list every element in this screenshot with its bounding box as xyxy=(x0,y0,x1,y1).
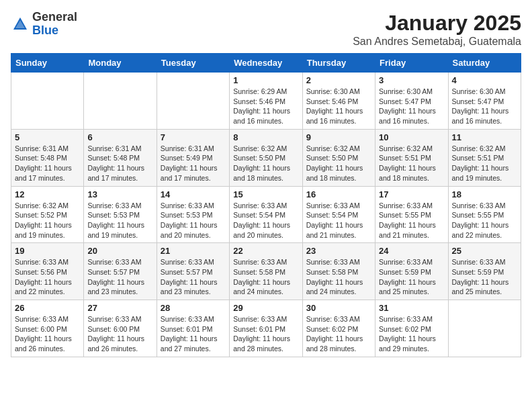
col-header-tuesday: Tuesday xyxy=(157,54,229,73)
calendar-week-4: 19Sunrise: 6:33 AMSunset: 5:56 PMDayligh… xyxy=(11,243,521,300)
day-info: Sunrise: 6:33 AMSunset: 6:02 PMDaylight:… xyxy=(306,314,371,354)
day-number: 25 xyxy=(452,246,517,256)
day-number: 17 xyxy=(379,189,444,199)
calendar-week-3: 12Sunrise: 6:32 AMSunset: 5:52 PMDayligh… xyxy=(11,186,521,243)
calendar-cell: 12Sunrise: 6:32 AMSunset: 5:52 PMDayligh… xyxy=(11,186,84,243)
day-number: 19 xyxy=(15,246,80,256)
day-number: 12 xyxy=(15,189,80,199)
col-header-saturday: Saturday xyxy=(448,54,521,73)
col-header-monday: Monday xyxy=(84,54,157,73)
day-info: Sunrise: 6:31 AMSunset: 5:48 PMDaylight:… xyxy=(87,144,152,183)
day-info: Sunrise: 6:33 AMSunset: 5:58 PMDaylight:… xyxy=(306,257,371,297)
day-number: 7 xyxy=(161,132,226,142)
day-number: 30 xyxy=(306,303,371,313)
calendar-cell: 30Sunrise: 6:33 AMSunset: 6:02 PMDayligh… xyxy=(302,300,375,357)
day-info: Sunrise: 6:32 AMSunset: 5:50 PMDaylight:… xyxy=(306,144,371,183)
day-info: Sunrise: 6:29 AMSunset: 5:46 PMDaylight:… xyxy=(233,87,298,126)
location-subtitle: San Andres Semetabaj, Guatemala xyxy=(353,36,521,48)
day-number: 27 xyxy=(87,303,152,313)
day-number: 20 xyxy=(87,246,152,256)
calendar-cell: 2Sunrise: 6:30 AMSunset: 5:46 PMDaylight… xyxy=(302,73,375,130)
day-number: 15 xyxy=(233,189,298,199)
col-header-friday: Friday xyxy=(375,54,448,73)
day-number: 3 xyxy=(379,75,444,85)
calendar-cell: 22Sunrise: 6:33 AMSunset: 5:58 PMDayligh… xyxy=(230,243,302,300)
day-number: 28 xyxy=(161,303,226,313)
calendar-cell: 15Sunrise: 6:33 AMSunset: 5:54 PMDayligh… xyxy=(230,186,302,243)
calendar-cell xyxy=(448,300,521,357)
calendar-cell xyxy=(84,73,157,130)
calendar-cell: 3Sunrise: 6:30 AMSunset: 5:47 PMDaylight… xyxy=(375,73,448,130)
calendar-cell: 5Sunrise: 6:31 AMSunset: 5:48 PMDaylight… xyxy=(11,129,84,186)
day-info: Sunrise: 6:33 AMSunset: 6:01 PMDaylight:… xyxy=(161,314,226,354)
day-info: Sunrise: 6:33 AMSunset: 6:00 PMDaylight:… xyxy=(87,314,152,354)
day-info: Sunrise: 6:33 AMSunset: 5:55 PMDaylight:… xyxy=(379,201,444,240)
calendar-table: SundayMondayTuesdayWednesdayThursdayFrid… xyxy=(11,53,521,357)
day-info: Sunrise: 6:33 AMSunset: 6:02 PMDaylight:… xyxy=(379,314,444,354)
calendar-cell: 7Sunrise: 6:31 AMSunset: 5:49 PMDaylight… xyxy=(157,129,229,186)
calendar-cell: 24Sunrise: 6:33 AMSunset: 5:59 PMDayligh… xyxy=(375,243,448,300)
calendar-header-row: SundayMondayTuesdayWednesdayThursdayFrid… xyxy=(11,54,521,73)
day-number: 4 xyxy=(452,75,517,85)
calendar-cell: 23Sunrise: 6:33 AMSunset: 5:58 PMDayligh… xyxy=(302,243,375,300)
calendar-cell: 8Sunrise: 6:32 AMSunset: 5:50 PMDaylight… xyxy=(230,129,302,186)
day-info: Sunrise: 6:33 AMSunset: 5:57 PMDaylight:… xyxy=(161,257,226,297)
day-number: 9 xyxy=(306,132,371,142)
calendar-cell: 13Sunrise: 6:33 AMSunset: 5:53 PMDayligh… xyxy=(84,186,157,243)
col-header-sunday: Sunday xyxy=(11,54,84,73)
day-info: Sunrise: 6:33 AMSunset: 5:54 PMDaylight:… xyxy=(306,201,371,240)
day-number: 29 xyxy=(233,303,298,313)
logo-icon xyxy=(11,15,30,34)
day-info: Sunrise: 6:33 AMSunset: 5:55 PMDaylight:… xyxy=(452,201,517,240)
day-number: 14 xyxy=(161,189,226,199)
logo-general-text: General xyxy=(32,10,77,24)
day-number: 8 xyxy=(233,132,298,142)
day-info: Sunrise: 6:33 AMSunset: 5:59 PMDaylight:… xyxy=(379,257,444,297)
day-info: Sunrise: 6:33 AMSunset: 6:01 PMDaylight:… xyxy=(233,314,298,354)
calendar-cell: 20Sunrise: 6:33 AMSunset: 5:57 PMDayligh… xyxy=(84,243,157,300)
day-number: 13 xyxy=(87,189,152,199)
day-info: Sunrise: 6:30 AMSunset: 5:46 PMDaylight:… xyxy=(306,87,371,126)
day-info: Sunrise: 6:33 AMSunset: 5:58 PMDaylight:… xyxy=(233,257,298,297)
calendar-week-2: 5Sunrise: 6:31 AMSunset: 5:48 PMDaylight… xyxy=(11,129,521,186)
day-info: Sunrise: 6:31 AMSunset: 5:49 PMDaylight:… xyxy=(161,144,226,183)
day-info: Sunrise: 6:33 AMSunset: 6:00 PMDaylight:… xyxy=(15,314,80,354)
day-number: 24 xyxy=(379,246,444,256)
day-number: 6 xyxy=(87,132,152,142)
calendar-cell: 21Sunrise: 6:33 AMSunset: 5:57 PMDayligh… xyxy=(157,243,229,300)
day-number: 5 xyxy=(15,132,80,142)
month-title: January 2025 xyxy=(353,11,521,36)
calendar-cell: 28Sunrise: 6:33 AMSunset: 6:01 PMDayligh… xyxy=(157,300,229,357)
calendar-cell xyxy=(157,73,229,130)
calendar-cell: 14Sunrise: 6:33 AMSunset: 5:53 PMDayligh… xyxy=(157,186,229,243)
title-block: January 2025 San Andres Semetabaj, Guate… xyxy=(353,11,521,48)
col-header-wednesday: Wednesday xyxy=(230,54,302,73)
day-number: 16 xyxy=(306,189,371,199)
page-header: General Blue January 2025 San Andres Sem… xyxy=(11,11,521,48)
day-number: 21 xyxy=(161,246,226,256)
day-info: Sunrise: 6:32 AMSunset: 5:52 PMDaylight:… xyxy=(15,201,80,240)
day-info: Sunrise: 6:30 AMSunset: 5:47 PMDaylight:… xyxy=(452,87,517,126)
day-info: Sunrise: 6:33 AMSunset: 5:56 PMDaylight:… xyxy=(15,257,80,297)
day-info: Sunrise: 6:31 AMSunset: 5:48 PMDaylight:… xyxy=(15,144,80,183)
calendar-cell: 18Sunrise: 6:33 AMSunset: 5:55 PMDayligh… xyxy=(448,186,521,243)
calendar-cell: 27Sunrise: 6:33 AMSunset: 6:00 PMDayligh… xyxy=(84,300,157,357)
day-info: Sunrise: 6:33 AMSunset: 5:59 PMDaylight:… xyxy=(452,257,517,297)
calendar-cell: 4Sunrise: 6:30 AMSunset: 5:47 PMDaylight… xyxy=(448,73,521,130)
logo-blue-text: Blue xyxy=(32,24,58,37)
day-info: Sunrise: 6:30 AMSunset: 5:47 PMDaylight:… xyxy=(379,87,444,126)
day-number: 26 xyxy=(15,303,80,313)
calendar-cell: 26Sunrise: 6:33 AMSunset: 6:00 PMDayligh… xyxy=(11,300,84,357)
calendar-cell: 25Sunrise: 6:33 AMSunset: 5:59 PMDayligh… xyxy=(448,243,521,300)
day-info: Sunrise: 6:32 AMSunset: 5:50 PMDaylight:… xyxy=(233,144,298,183)
day-number: 2 xyxy=(306,75,371,85)
day-info: Sunrise: 6:33 AMSunset: 5:53 PMDaylight:… xyxy=(87,201,152,240)
calendar-cell: 6Sunrise: 6:31 AMSunset: 5:48 PMDaylight… xyxy=(84,129,157,186)
day-number: 23 xyxy=(306,246,371,256)
day-info: Sunrise: 6:32 AMSunset: 5:51 PMDaylight:… xyxy=(452,144,517,183)
day-number: 1 xyxy=(233,75,298,85)
calendar-cell: 19Sunrise: 6:33 AMSunset: 5:56 PMDayligh… xyxy=(11,243,84,300)
calendar-cell: 11Sunrise: 6:32 AMSunset: 5:51 PMDayligh… xyxy=(448,129,521,186)
day-info: Sunrise: 6:33 AMSunset: 5:54 PMDaylight:… xyxy=(233,201,298,240)
calendar-week-1: 1Sunrise: 6:29 AMSunset: 5:46 PMDaylight… xyxy=(11,73,521,130)
